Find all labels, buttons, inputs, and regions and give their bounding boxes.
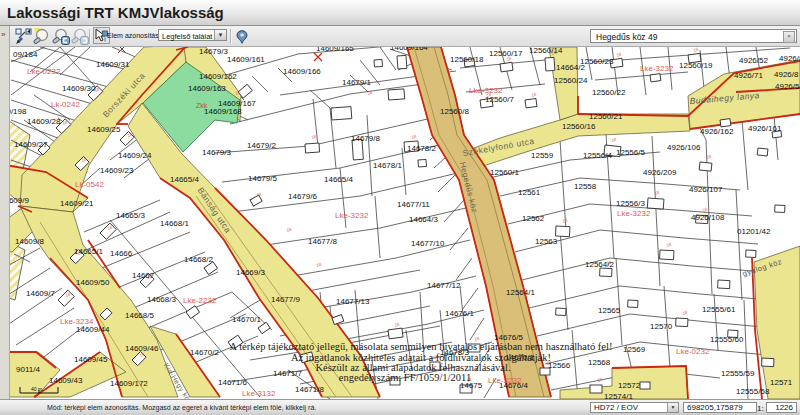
svg-text:12564/2: 12564/2 <box>585 260 614 269</box>
svg-text:14671/7: 14671/7 <box>273 369 302 378</box>
svg-text:4926/108: 4926/108 <box>691 213 725 222</box>
svg-text:14609/43: 14609/43 <box>49 376 83 385</box>
svg-text:Lke-3232: Lke-3232 <box>640 64 674 73</box>
svg-text:engedélyszám: FF/1059/1/2011: engedélyszám: FF/1059/1/2011 <box>339 372 471 383</box>
svg-text:40 m: 40 m <box>31 386 42 392</box>
svg-text:14609/7: 14609/7 <box>26 289 55 298</box>
svg-text:12556/5: 12556/5 <box>616 148 645 157</box>
svg-text:14677/12: 14677/12 <box>427 281 461 290</box>
svg-text:Lk-0242: Lk-0242 <box>51 100 80 109</box>
svg-text:14609/21: 14609/21 <box>60 199 94 208</box>
svg-text:14679/2: 14679/2 <box>247 141 276 150</box>
svg-text:14665/1: 14665/1 <box>74 247 103 256</box>
svg-text:12560/16: 12560/16 <box>562 122 596 131</box>
svg-text:A térkép tájékoztató jellegű,: A térkép tájékoztató jellegű, másolata s… <box>230 341 613 352</box>
svg-text:Lke-3232: Lke-3232 <box>617 209 651 218</box>
svg-text:14609/164: 14609/164 <box>390 47 428 52</box>
svg-text:12555/59: 12555/59 <box>721 369 755 378</box>
svg-text:12556/3: 12556/3 <box>616 199 645 208</box>
svg-text:14609/8: 14609/8 <box>15 237 44 246</box>
svg-text:14671/8: 14671/8 <box>295 385 324 394</box>
svg-text:12560/17: 12560/17 <box>489 49 523 58</box>
svg-text:14665/4: 14665/4 <box>324 175 353 184</box>
svg-text:4926/106: 4926/106 <box>667 143 701 152</box>
svg-text:12560/22: 12560/22 <box>592 88 626 97</box>
svg-text:14609/46: 14609/46 <box>125 344 159 353</box>
svg-text:14669/3: 14669/3 <box>236 268 265 277</box>
svg-text:14609/166: 14609/166 <box>283 67 321 76</box>
svg-text:12564/1: 12564/1 <box>506 288 535 297</box>
svg-text:12560/19: 12560/19 <box>679 61 713 70</box>
svg-text:14679/1: 14679/1 <box>342 78 371 87</box>
svg-text:12565: 12565 <box>598 306 621 315</box>
svg-text:14609/25: 14609/25 <box>87 125 121 134</box>
svg-text:12560/8: 12560/8 <box>440 107 469 116</box>
svg-text:14677/8: 14677/8 <box>308 237 337 246</box>
svg-text:4926/52: 4926/52 <box>739 56 768 65</box>
svg-text:Lke-3232: Lke-3232 <box>488 376 522 385</box>
svg-text:4926/8: 4926/8 <box>779 54 800 63</box>
svg-text:12572: 12572 <box>618 381 641 390</box>
svg-text:14677/9: 14677/9 <box>271 295 300 304</box>
svg-text:12561: 12561 <box>518 188 541 197</box>
svg-text:14677/13: 14677/13 <box>336 297 370 306</box>
svg-text:Lke-0232: Lke-0232 <box>676 347 710 356</box>
svg-text:12562: 12562 <box>522 214 545 223</box>
svg-text:14668/2: 14668/2 <box>184 255 213 264</box>
svg-text:Lke-3232: Lke-3232 <box>469 86 503 95</box>
svg-text:14609/45: 14609/45 <box>74 355 108 364</box>
svg-text:4926/71: 4926/71 <box>734 71 763 80</box>
svg-text:14677/11: 14677/11 <box>397 200 430 209</box>
svg-text:14679/3: 14679/3 <box>202 148 231 157</box>
svg-text:Lke-0232: Lke-0232 <box>27 67 61 76</box>
svg-text:14609/163: 14609/163 <box>188 84 226 93</box>
svg-text:09/184: 09/184 <box>13 50 38 59</box>
svg-text:14609/24: 14609/24 <box>118 151 152 160</box>
svg-text:01201/42: 01201/42 <box>737 227 771 236</box>
svg-text:12568: 12568 <box>588 358 611 367</box>
svg-text:Lke-3234: Lke-3234 <box>60 317 94 326</box>
svg-text:12570: 12570 <box>650 322 673 331</box>
svg-text:14678/2: 14678/2 <box>407 144 436 153</box>
svg-text:12560/1: 12560/1 <box>490 168 519 177</box>
svg-text:12574/1: 12574/1 <box>604 392 633 399</box>
svg-text:14671/6: 14671/6 <box>218 378 247 387</box>
svg-text:14679/3: 14679/3 <box>199 47 228 56</box>
svg-text:14679/6: 14679/6 <box>288 192 317 201</box>
svg-text:Lke-2232: Lke-2232 <box>183 296 217 305</box>
svg-text:14609/27: 14609/27 <box>14 140 48 149</box>
svg-text:14609/44: 14609/44 <box>76 325 110 334</box>
svg-text:14679/8: 14679/8 <box>351 134 380 143</box>
svg-text:14665/4: 14665/4 <box>170 175 199 184</box>
svg-text:14664/2: 14664/2 <box>556 63 585 72</box>
svg-text:12558: 12558 <box>574 182 597 191</box>
svg-text:14609/28: 14609/28 <box>27 117 61 126</box>
svg-text:4926/161: 4926/161 <box>748 124 782 133</box>
svg-text:4926/5: 4926/5 <box>775 82 800 91</box>
svg-text:12555/60: 12555/60 <box>710 335 744 344</box>
svg-text:9011/4: 9011/4 <box>16 365 40 374</box>
svg-text:12555/61: 12555/61 <box>702 305 736 314</box>
svg-text:14670/1: 14670/1 <box>232 315 261 324</box>
svg-text:Lke-3232: Lke-3232 <box>335 211 369 220</box>
svg-text:14609/161: 14609/161 <box>227 55 265 64</box>
svg-text:14668/1: 14668/1 <box>160 219 189 228</box>
svg-text:12569: 12569 <box>623 345 646 354</box>
svg-text:12560/21: 12560/21 <box>589 112 623 121</box>
svg-text:14677/10: 14677/10 <box>411 239 445 248</box>
svg-text:14609/30: 14609/30 <box>62 84 96 93</box>
svg-text:14676/1: 14676/1 <box>445 309 474 318</box>
svg-text:14609/172: 14609/172 <box>110 379 148 388</box>
svg-text:14609/50: 14609/50 <box>76 278 110 287</box>
svg-text:14609/31: 14609/31 <box>96 60 130 69</box>
svg-text:14668/3: 14668/3 <box>147 295 176 304</box>
svg-text:14665/3: 14665/3 <box>116 211 145 220</box>
svg-text:14609/168: 14609/168 <box>204 107 242 116</box>
svg-text:Lke-3132: Lke-3132 <box>242 389 276 398</box>
svg-text:14679/5: 14679/5 <box>248 174 277 183</box>
svg-text:14668/5: 14668/5 <box>125 311 154 320</box>
svg-text:12566: 12566 <box>548 361 571 370</box>
svg-text:12571: 12571 <box>770 378 793 387</box>
svg-text:14609/23: 14609/23 <box>100 166 134 175</box>
svg-text:12556/4: 12556/4 <box>583 151 612 160</box>
